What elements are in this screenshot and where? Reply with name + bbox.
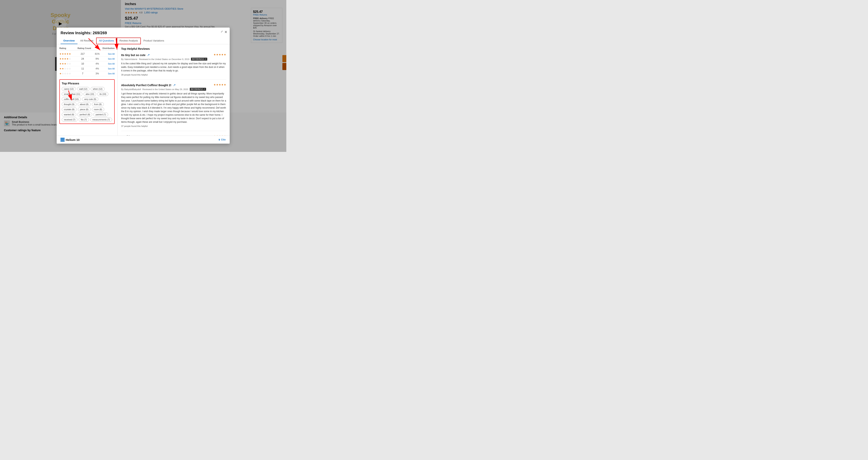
right-panel: Top Helpful Reviews Its tiny but so cute…	[118, 44, 230, 136]
see-all-2star[interactable]: See All	[108, 67, 115, 70]
review-2-link-icon[interactable]: ↗	[173, 83, 176, 87]
review-2-helpful: 37 people found this helpful	[121, 125, 226, 127]
tab-product-variations[interactable]: Product Variations	[141, 37, 167, 44]
review-1-helpful: 39 people found this helpful	[121, 74, 226, 76]
rating-row-4star: ★★★★☆ 24 9% See All	[59, 56, 115, 61]
helium10-brand-name: Helium 10	[66, 138, 80, 141]
see-all-5star[interactable]: See All	[108, 53, 115, 55]
see-all-1star[interactable]: See All	[108, 73, 115, 75]
review-1-date: Reviewed in the United States on Decembe…	[139, 58, 189, 60]
modal-title: Review Insights: 269/269	[61, 31, 226, 35]
review-1-link-icon[interactable]: ↗	[147, 53, 150, 57]
phrase-received[interactable]: received (7)	[62, 118, 78, 122]
stars-1: ★☆☆☆☆	[59, 72, 71, 75]
rating-table-header: Rating Rating Count Distribution	[59, 47, 115, 50]
rating-row-2star: ★★☆☆☆ 11 4% See All	[59, 66, 115, 71]
elite-label: Elite	[221, 138, 226, 141]
phrase-painted[interactable]: painted (7)	[93, 113, 108, 116]
rating-row-3star: ★★★☆☆ 10 4% See All	[59, 61, 115, 66]
percent-1star: 3%	[94, 72, 100, 75]
phrase-wanted[interactable]: wanted (8)	[62, 113, 76, 116]
left-panel: Rating Rating Count Distribution ★★★★★ 2…	[57, 44, 118, 136]
review-insights-modal: Review Insights: 269/269 ⤢ ✕ Overview Al…	[57, 28, 230, 144]
see-all-4star[interactable]: See All	[108, 58, 115, 60]
col-rating-count: Rating Count	[78, 47, 91, 49]
percent-5star: 81%	[94, 53, 100, 55]
crown-icon: ♛	[218, 138, 220, 141]
review-1-text: It is the cutest little thing and I plac…	[121, 62, 226, 73]
rating-row-5star: ★★★★★ 217 81% See All	[59, 52, 115, 56]
elite-badge: ♛ Elite	[218, 138, 226, 141]
phrase-very-cute[interactable]: very cute (9)	[82, 97, 98, 101]
phrase-about[interactable]: about (8)	[78, 102, 91, 106]
phrase-perfect[interactable]: perfect! (8)	[78, 113, 92, 116]
helium10-logo: Helium 10	[61, 138, 80, 142]
percent-2star: 4%	[94, 67, 100, 70]
phrase-room[interactable]: room (8)	[92, 108, 104, 111]
top-phrases-title: Top Phrases	[62, 82, 112, 85]
phrase-wall[interactable]: wall (12)	[77, 87, 90, 91]
stars-5: ★★★★★	[59, 53, 71, 55]
count-1star: 7	[79, 72, 87, 75]
review-1-asin[interactable]: B07Z8HN212 ↗	[191, 58, 207, 61]
review-2-date: Reviewed in the United States on May 29,…	[143, 88, 188, 90]
phrase-when[interactable]: when (12)	[91, 87, 104, 91]
modal-body: Rating Rating Count Distribution ★★★★★ 2…	[57, 44, 230, 136]
modal-expand-button[interactable]: ⤢	[221, 30, 223, 33]
phrase-came[interactable]: came (12)	[62, 87, 76, 91]
tab-all-reviews[interactable]: All Reviews	[78, 37, 96, 44]
review-1-stars: ★★★★★	[214, 53, 226, 56]
review-2-meta: By BabydollBabydoll Reviewed in the Unit…	[121, 88, 226, 91]
review-2-stars: ★★★★★	[214, 83, 226, 86]
helpful-reviews-title: Top Helpful Reviews	[121, 47, 226, 50]
modal-header: Review Insights: 269/269 ⤢ ✕ Overview Al…	[57, 28, 230, 44]
review-1-author: By ValerieValerie	[121, 58, 137, 60]
review-1-meta: By ValerieValerie Reviewed in the United…	[121, 58, 226, 61]
phrase-its[interactable]: its (10)	[97, 92, 108, 96]
modal-close-button[interactable]: ✕	[224, 30, 227, 34]
phrases-container: came (12) wall (12) when (12) smaller th…	[62, 87, 112, 122]
review-item-2: Absolutely Purrfect Coffins! Bought 2! ↗…	[121, 83, 226, 131]
rating-table: Rating Rating Count Distribution ★★★★★ 2…	[59, 47, 115, 76]
phrase-also[interactable]: also (10)	[84, 92, 96, 96]
percent-3star: 4%	[94, 62, 100, 65]
phrase-fits[interactable]: fits (7)	[79, 118, 89, 122]
modal-overlay: Review Insights: 269/269 ⤢ ✕ Overview Al…	[0, 0, 286, 152]
helium-grid-icon	[61, 138, 64, 142]
count-4star: 24	[79, 57, 87, 60]
stars-2: ★★☆☆☆	[59, 67, 71, 70]
review-1-header: Its tiny but so cute ↗ ★★★★★	[121, 53, 226, 57]
tab-review-analysis[interactable]: Review Analysis	[117, 37, 141, 44]
count-2star: 11	[79, 67, 87, 70]
phrase-piece[interactable]: piece (8)	[78, 108, 91, 111]
phrase-coffin-shelf[interactable]: coffin shelf (10)	[62, 97, 81, 101]
review-2-author: By BabydollBabydoll	[121, 88, 141, 90]
phrase-smaller-than[interactable]: smaller than (11)	[62, 92, 83, 96]
phrase-thought[interactable]: thought (9)	[62, 102, 76, 106]
phrase-from[interactable]: from (8)	[92, 102, 104, 106]
rating-row-1star: ★☆☆☆☆ 7 3% See All	[59, 71, 115, 76]
tab-all-questions[interactable]: All Questions	[96, 37, 117, 44]
see-all-3star[interactable]: See All	[108, 63, 115, 65]
count-5star: 217	[79, 53, 87, 55]
phrase-crystals[interactable]: crystals (8)	[62, 108, 77, 111]
stars-4: ★★★★☆	[59, 57, 71, 60]
review-2-asin[interactable]: B07Z8HN212 ↗	[190, 88, 206, 91]
top-phrases-section: Top Phrases came (12) wall (12) when (12…	[59, 79, 115, 124]
modal-footer: Helium 10 ♛ Elite	[57, 136, 230, 144]
percent-4star: 9%	[94, 57, 100, 60]
tab-overview[interactable]: Overview	[61, 37, 78, 44]
modal-tabs: Overview All Reviews All Questions Revie…	[61, 37, 226, 44]
stars-3: ★★★☆☆	[59, 62, 71, 65]
review-2-text: I got these because of my aesthetic inte…	[121, 92, 226, 124]
col-rating: Rating	[59, 47, 66, 49]
review-item-1: Its tiny but so cute ↗ ★★★★★ By ValerieV…	[121, 53, 226, 80]
review-2-title: Absolutely Purrfect Coffins! Bought 2!	[121, 84, 171, 87]
col-distribution: Distribution	[102, 47, 115, 49]
phrase-measurements[interactable]: measurements (7)	[90, 118, 112, 122]
review-1-title: Its tiny but so cute	[121, 54, 146, 57]
review-2-header: Absolutely Purrfect Coffins! Bought 2! ↗…	[121, 83, 226, 87]
count-3star: 10	[79, 62, 87, 65]
